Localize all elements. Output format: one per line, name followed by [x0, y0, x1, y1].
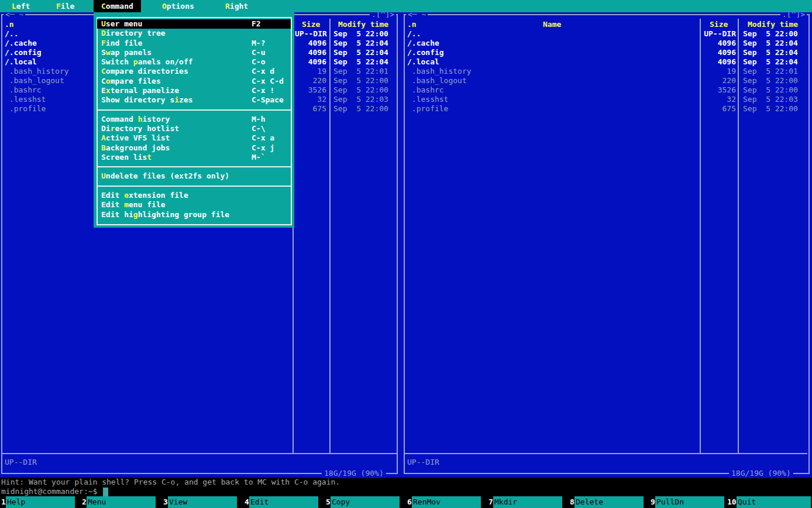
- menu-item-compare-files[interactable]: Compare filesC-x C-d: [97, 77, 291, 86]
- menu-item-edit-extension-file[interactable]: Edit extension file: [97, 191, 291, 200]
- file-row-name[interactable]: .profile: [407, 104, 448, 114]
- file-row-size: 3526: [702, 85, 736, 95]
- menu-item-label: Compare directories: [101, 67, 188, 76]
- hint-line: Hint: Want your plain shell? Press C-o, …: [1, 478, 340, 487]
- left-col-header-size[interactable]: Size: [302, 20, 320, 29]
- file-row-name[interactable]: /.local: [407, 57, 439, 67]
- file-row-name[interactable]: /.config: [5, 48, 42, 57]
- fkey-1-number: 1: [1, 496, 6, 508]
- menu-item-user-menu[interactable]: User menuF2: [97, 19, 291, 29]
- fkey-3-view-button[interactable]: View: [168, 496, 237, 508]
- file-row-name[interactable]: .bashrc: [5, 85, 42, 95]
- menu-item-undelete-files-ext2fs-only[interactable]: Undelete files (ext2fs only): [97, 171, 291, 181]
- file-row-name[interactable]: /.config: [407, 48, 444, 57]
- fkey-7-mkdir-button[interactable]: Mkdir: [493, 496, 562, 508]
- menu-item-switch-panels-on-off[interactable]: Switch panels on/offC-o: [97, 57, 291, 67]
- file-row-mtime: Sep 5 22:00: [333, 76, 388, 85]
- menubar-item-right[interactable]: Right: [225, 0, 248, 12]
- menu-item-active-vfs-list[interactable]: Active VFS listC-x a: [97, 133, 291, 143]
- menu-item-directory-hotlist[interactable]: Directory hotlistC-\: [97, 124, 291, 133]
- menu-item-find-file[interactable]: Find fileM-?: [97, 39, 291, 48]
- fkey-9-pulldn-button[interactable]: PullDn: [655, 496, 724, 508]
- menu-item-shortcut: C-o: [252, 57, 265, 67]
- fkey-1-help-button[interactable]: Help: [6, 496, 75, 508]
- menu-item-screen-list[interactable]: Screen listM-`: [97, 153, 291, 162]
- menubar-item-options[interactable]: Options: [162, 0, 194, 12]
- menu-item-label: Command history: [101, 115, 170, 124]
- file-row-name[interactable]: .profile: [5, 104, 46, 114]
- menu-item-external-panelize[interactable]: External panelizeC-x !: [97, 86, 291, 95]
- fkey-2-menu-button[interactable]: Menu: [87, 496, 156, 508]
- menubar-item-command[interactable]: Command: [94, 0, 141, 12]
- menu-item-directory-tree[interactable]: Directory tree: [97, 29, 291, 38]
- hotkey-letter: p: [133, 57, 138, 66]
- file-row-name[interactable]: .lesshst: [407, 95, 448, 104]
- fkey-6-number: 6: [407, 496, 412, 508]
- file-row-mtime: Sep 5 22:01: [743, 67, 798, 76]
- right-col-header-mtime[interactable]: Modify time: [748, 20, 798, 29]
- file-row-size: 220: [295, 76, 326, 85]
- fkey-10-number: 10: [727, 496, 737, 508]
- command-dropdown-menu: User menuF2Directory treeFind fileM-?Swa…: [94, 12, 294, 228]
- file-row-size: 675: [702, 104, 736, 114]
- file-row-size: 675: [295, 104, 326, 114]
- file-row-name[interactable]: /..: [5, 29, 18, 39]
- left-ministatus: UP--DIR: [5, 458, 37, 467]
- file-row-size: 32: [702, 95, 736, 104]
- right-sort-indicator[interactable]: .n: [407, 20, 417, 29]
- file-row-name[interactable]: /.cache: [5, 39, 37, 48]
- hotkey-letter: D: [101, 29, 106, 37]
- hotkey-letter: A: [101, 133, 106, 142]
- file-row-mtime: Sep 5 22:00: [743, 104, 798, 114]
- menu-item-swap-panels[interactable]: Swap panelsC-u: [97, 48, 291, 57]
- menu-item-show-directory-sizes[interactable]: Show directory sizesC-Space: [97, 95, 291, 105]
- right-ministatus: UP--DIR: [407, 458, 439, 467]
- file-row-size: 4096: [295, 57, 326, 67]
- file-row-name[interactable]: .bash_history: [5, 67, 69, 76]
- menu-item-edit-menu-file[interactable]: Edit menu file: [97, 200, 291, 210]
- menu-item-shortcut: C-Space: [252, 95, 284, 105]
- menu-item-shortcut: C-x d: [252, 67, 274, 76]
- file-row-size: 220: [702, 76, 736, 85]
- file-row-name[interactable]: /.cache: [407, 39, 439, 48]
- hotkey-letter: C: [101, 2, 106, 11]
- file-row-name[interactable]: /..: [407, 29, 421, 39]
- file-row-name[interactable]: /.local: [5, 57, 37, 67]
- menu-item-label: User menu: [101, 19, 142, 29]
- hotkey-letter: L: [12, 2, 16, 11]
- menubar-item-left[interactable]: Left: [12, 0, 30, 12]
- menu-item-label: Edit menu file: [101, 200, 166, 210]
- menu-item-shortcut: C-\: [252, 124, 265, 133]
- menu-item-shortcut: C-x a: [252, 133, 274, 143]
- menu-item-compare-directories[interactable]: Compare directoriesC-x d: [97, 67, 291, 76]
- file-row-mtime: Sep 5 22:04: [743, 48, 798, 57]
- file-row-size: UP--DIR: [702, 29, 736, 39]
- hotkey-letter: R: [225, 2, 230, 11]
- left-col-header-mtime[interactable]: Modify time: [338, 20, 388, 29]
- shell-prompt[interactable]: midnight@commander:~$: [1, 487, 97, 496]
- file-row-name[interactable]: .bash_logout: [407, 76, 467, 85]
- fkey-10-quit-button[interactable]: Quit: [737, 496, 811, 508]
- file-row-name[interactable]: .bash_logout: [5, 76, 64, 85]
- menubar-item-file[interactable]: File: [56, 0, 74, 12]
- file-row-name[interactable]: .bash_history: [407, 67, 472, 76]
- menu-item-background-jobs[interactable]: Background jobsC-x j: [97, 143, 291, 153]
- menu-item-edit-highlighting-group-file[interactable]: Edit highlighting group file: [97, 210, 291, 219]
- file-row-name[interactable]: .lesshst: [5, 95, 46, 104]
- right-panel-col-separator-1: [700, 19, 701, 453]
- file-row-name[interactable]: .bashrc: [407, 85, 444, 95]
- fkey-5-copy-button[interactable]: Copy: [331, 496, 400, 508]
- hotkey-letter: m: [124, 200, 129, 209]
- fkey-8-delete-button[interactable]: Delete: [574, 496, 644, 508]
- terminal-cursor[interactable]: [103, 488, 108, 496]
- left-sort-indicator[interactable]: .n: [5, 20, 14, 29]
- function-key-bar: 1Help2Menu3View4Edit5Copy6RenMov7Mkdir8D…: [0, 496, 812, 508]
- file-row-mtime: Sep 5 22:00: [333, 29, 388, 39]
- right-col-header-name[interactable]: Name: [543, 20, 561, 29]
- menu-item-shortcut: C-x C-d: [252, 77, 284, 86]
- menu-item-command-history[interactable]: Command historyM-h: [97, 115, 291, 124]
- fkey-6-renmov-button[interactable]: RenMov: [412, 496, 481, 508]
- fkey-4-edit-button[interactable]: Edit: [249, 496, 318, 508]
- file-row-mtime: Sep 5 22:00: [333, 85, 388, 95]
- right-col-header-size[interactable]: Size: [710, 20, 728, 29]
